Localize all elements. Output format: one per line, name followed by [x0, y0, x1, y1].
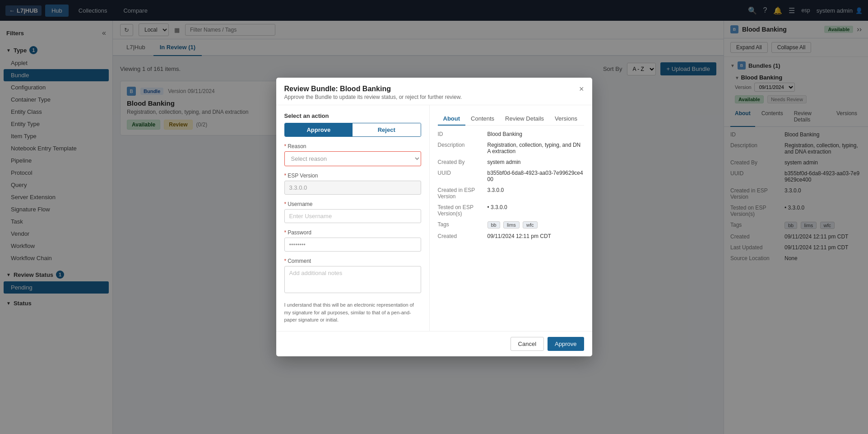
modal-created-by-label: Created By — [438, 159, 483, 165]
reason-label: * Reason — [284, 143, 421, 149]
modal-tab-versions[interactable]: Versions — [549, 112, 583, 126]
esp-version-label-text: ESP Version — [288, 173, 318, 179]
comment-required-mark: * — [284, 258, 287, 264]
modal-desc-label: Description — [438, 142, 483, 154]
review-bundle-modal: Review Bundle: Blood Banking Approve the… — [276, 78, 592, 356]
modal-footer: Cancel Approve — [276, 331, 592, 356]
password-label-text: Password — [288, 229, 311, 236]
reject-tab[interactable]: Reject — [353, 123, 421, 136]
password-label: * Password — [284, 229, 421, 236]
esp-version-required-mark: * — [284, 173, 287, 179]
modal-right-panel: About Contents Review Details Versions I… — [430, 105, 592, 331]
password-row: * Password — [284, 229, 421, 252]
modal-tags-label: Tags — [438, 221, 483, 229]
reason-select[interactable]: Select reason — [284, 151, 421, 166]
username-label-text: Username — [288, 201, 312, 207]
modal-tags-value: bb lims wfc — [487, 221, 584, 229]
modal-about-content: IDBlood Banking DescriptionRegistration,… — [438, 131, 584, 239]
modal-tag-lims: lims — [503, 221, 520, 229]
modal-tab-review-details[interactable]: Review Details — [500, 112, 549, 126]
username-label: * Username — [284, 201, 421, 207]
modal-tested-label: Tested on ESP Version(s) — [438, 204, 483, 217]
modal-created-label: Created — [438, 233, 483, 239]
comment-textarea[interactable] — [284, 266, 421, 293]
action-section-title: Select an action — [284, 112, 421, 119]
modal-title: Review Bundle: Blood Banking — [284, 85, 462, 93]
modal-created-esp-label: Created in ESP Version — [438, 187, 483, 200]
comment-label-text: Comment — [288, 258, 311, 264]
modal-close-button[interactable]: × — [579, 85, 584, 93]
modal-overlay[interactable]: Review Bundle: Blood Banking Approve the… — [0, 0, 868, 434]
reason-required-mark: * — [284, 143, 287, 149]
modal-tag-bb: bb — [487, 221, 500, 229]
modal-uuid-label: UUID — [438, 170, 483, 182]
approve-button[interactable]: Approve — [548, 337, 584, 351]
esp-version-row: * ESP Version — [284, 173, 421, 195]
modal-body: Select an action Approve Reject * Reason… — [276, 105, 592, 331]
signature-text: I understand that this will be an electr… — [284, 301, 421, 324]
username-required-mark: * — [284, 201, 287, 207]
password-required-mark: * — [284, 229, 287, 236]
reason-row: * Reason Select reason — [284, 143, 421, 166]
approve-tab[interactable]: Approve — [285, 123, 353, 136]
esp-version-input — [284, 181, 421, 195]
modal-tab-about[interactable]: About — [438, 112, 466, 126]
modal-header: Review Bundle: Blood Banking Approve the… — [276, 78, 592, 105]
modal-tested-value: • 3.3.0.0 — [487, 204, 584, 217]
password-input[interactable] — [284, 238, 421, 252]
reason-label-text: Reason — [288, 143, 306, 149]
cancel-button[interactable]: Cancel — [511, 337, 544, 351]
modal-tag-wfc: wfc — [523, 221, 538, 229]
modal-id-label: ID — [438, 131, 483, 137]
comment-label: * Comment — [284, 258, 421, 264]
modal-left-panel: Select an action Approve Reject * Reason… — [276, 105, 430, 331]
esp-version-label: * ESP Version — [284, 173, 421, 179]
modal-uuid-value: b355bf0d-6da8-4923-aa03-7e99629ce400 — [487, 170, 584, 182]
modal-desc-value: Registration, collection, typing, and DN… — [487, 142, 584, 154]
username-row: * Username — [284, 201, 421, 223]
modal-tab-contents[interactable]: Contents — [465, 112, 500, 126]
modal-id-value: Blood Banking — [487, 131, 584, 137]
modal-created-by-value: system admin — [487, 159, 584, 165]
comment-row: * Comment — [284, 258, 421, 293]
modal-about-tabs: About Contents Review Details Versions — [438, 112, 584, 126]
modal-created-esp-value: 3.3.0.0 — [487, 187, 584, 200]
action-tabs: Approve Reject — [284, 123, 421, 137]
username-input[interactable] — [284, 209, 421, 223]
modal-created-value: 09/11/2024 12:11 pm CDT — [487, 233, 584, 239]
modal-subtitle: Approve the Bundle to update its review … — [284, 94, 462, 100]
